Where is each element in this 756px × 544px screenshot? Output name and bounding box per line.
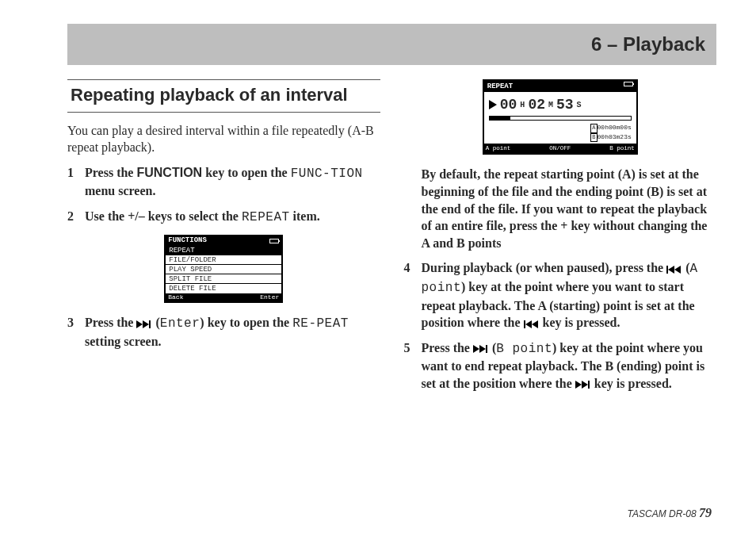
section-title: Repeating playback of an interval (67, 79, 380, 113)
lcd-progress-bar (489, 116, 632, 121)
enter-key-mono: Enter (160, 316, 200, 331)
h-label: H (520, 100, 525, 111)
lcd-progress-fill (490, 117, 511, 120)
svg-marker-13 (582, 381, 588, 389)
svg-marker-10 (479, 345, 486, 353)
b-point-mono: B point (496, 342, 552, 356)
step-3-text-c: setting screen. (85, 335, 162, 348)
step-3-text-a: Press the (85, 316, 136, 329)
lcd-functions-title-bar: FUNCTIONS (166, 236, 281, 246)
svg-marker-9 (473, 345, 479, 353)
b-badge: B (590, 133, 597, 142)
steps-right: During playback (or when paused), press … (404, 259, 717, 392)
repeat-setting-mono: RE-PEAT (292, 316, 349, 331)
battery-icon (269, 239, 279, 243)
lcd-time-s: 53 (556, 95, 574, 114)
page-number: 79 (699, 506, 712, 519)
s-label: S (577, 100, 582, 111)
step-1-text-b: key to open the (202, 166, 291, 179)
lcd-row-splitfile: SPLIT FILE (166, 274, 281, 284)
lcd-repeat-screen: REPEAT 00H02M53S A00h00m00s B00h03m23s (483, 79, 638, 155)
step-2-text-a: Use the +/– keys to select the (85, 209, 242, 223)
prev-track-icon-2 (524, 320, 540, 328)
lcd-repeat-foot-left: A point (486, 144, 511, 152)
step-3-text-b: ) key to open the (200, 316, 292, 329)
chapter-title: 6 – Playback (591, 33, 705, 56)
step-1-text-a: Press the (85, 166, 136, 179)
svg-marker-1 (143, 320, 149, 328)
step-5-text-a: Press the (422, 341, 473, 354)
repeat-item-mono: REPEAT (242, 210, 290, 224)
svg-marker-4 (668, 266, 674, 274)
lcd-b-time: 00h03m23s (598, 133, 632, 142)
right-column: REPEAT 00H02M53S A00h00m00s B00h03m23s (404, 79, 717, 503)
steps-left-2: Press the (Enter) key to open the RE-PEA… (67, 314, 380, 350)
next-track-icon (136, 320, 152, 328)
lcd-repeat-foot-right: B point (609, 144, 635, 152)
left-column: Repeating playback of an interval You ca… (67, 79, 380, 503)
svg-marker-12 (575, 381, 582, 389)
step-4-text-a: During playback (or when paused), press … (422, 261, 667, 274)
lcd-repeat-body: 00H02M53S A00h00m00s B00h03m23s (484, 92, 636, 144)
a-badge: A (590, 124, 597, 132)
svg-marker-8 (532, 320, 538, 328)
step-5-text-c: key is pressed. (591, 377, 672, 390)
page-footer: TASCAM DR-08 79 (67, 506, 716, 520)
steps-left: Press the FUNCTION key to open the FUNC-… (67, 164, 380, 227)
svg-marker-0 (136, 320, 143, 328)
play-icon (489, 100, 497, 109)
svg-marker-5 (674, 266, 681, 274)
lcd-functions-footer: Back Enter (166, 293, 281, 302)
lcd-a-point-line: A00h00m00s (489, 124, 632, 132)
next-track-icon-3 (575, 381, 591, 389)
lcd-functions-body: REPEAT FILE/FOLDER PLAY SPEED SPLIT FILE… (166, 246, 281, 293)
step-3: Press the (Enter) key to open the RE-PEA… (67, 314, 380, 350)
lcd-repeat-title: REPEAT (487, 82, 513, 91)
lcd-row-deletefile: DELETE FILE (166, 284, 281, 293)
lcd-repeat-wrap: REPEAT 00H02M53S A00h00m00s B00h03m23s (404, 79, 717, 155)
step-4-text-c: key is pressed. (540, 316, 620, 329)
lcd-b-point-line: B00h03m23s (489, 133, 632, 142)
step-1: Press the FUNCTION key to open the FUNC-… (67, 164, 380, 200)
lcd-time-h: 00 (500, 95, 517, 114)
lcd-repeat-footer: A point ON/OFF B point (484, 144, 636, 153)
svg-rect-14 (588, 381, 590, 389)
lcd-repeat-title-bar: REPEAT (484, 81, 636, 92)
manual-page: 6 – Playback Repeating playback of an in… (0, 0, 756, 544)
chapter-header-bar: 6 – Playback (67, 24, 716, 65)
step-4: During playback (or when paused), press … (404, 259, 717, 331)
function-menu-mono: FUNC-TION (291, 167, 363, 181)
footer-model: TASCAM DR-08 (628, 508, 699, 519)
lcd-functions-screen: FUNCTIONS REPEAT FILE/FOLDER PLAY SPEED … (164, 235, 283, 304)
lcd-functions-foot-left: Back (168, 294, 183, 301)
lcd-functions-foot-right: Enter (260, 294, 279, 301)
battery-icon-2 (624, 82, 633, 86)
lcd-functions-title: FUNCTIONS (168, 237, 207, 245)
lcd-repeat-foot-mid: ON/OFF (549, 144, 571, 152)
lcd-row-repeat: REPEAT (166, 246, 281, 255)
lcd-a-time: 00h00m00s (598, 124, 632, 132)
lcd-time-m: 02 (528, 95, 545, 114)
step-2-text-b: item. (290, 209, 320, 223)
svg-rect-2 (149, 320, 151, 328)
default-note: By default, the repeat starting point (A… (422, 166, 717, 251)
lcd-functions-wrap: FUNCTIONS REPEAT FILE/FOLDER PLAY SPEED … (67, 235, 380, 304)
next-track-icon-2 (473, 345, 489, 353)
intro-paragraph: You can play a desired interval within a… (67, 122, 380, 156)
svg-rect-6 (524, 320, 525, 328)
svg-rect-11 (486, 345, 487, 353)
function-key-label: FUNCTION (136, 166, 202, 179)
step-5: Press the (B point) key at the point whe… (404, 339, 717, 393)
step-1-text-c: menu screen. (85, 184, 155, 197)
lcd-row-playspeed: PLAY SPEED (166, 265, 281, 274)
content-columns: Repeating playback of an interval You ca… (67, 79, 716, 503)
prev-track-icon (666, 266, 682, 274)
m-label: M (548, 100, 553, 111)
step-2: Use the +/– keys to select the REPEAT it… (67, 208, 380, 227)
lcd-repeat-time: 00H02M53S (489, 95, 632, 114)
svg-marker-7 (525, 320, 532, 328)
lcd-row-filefolder: FILE/FOLDER (166, 255, 281, 265)
svg-rect-3 (666, 266, 668, 274)
